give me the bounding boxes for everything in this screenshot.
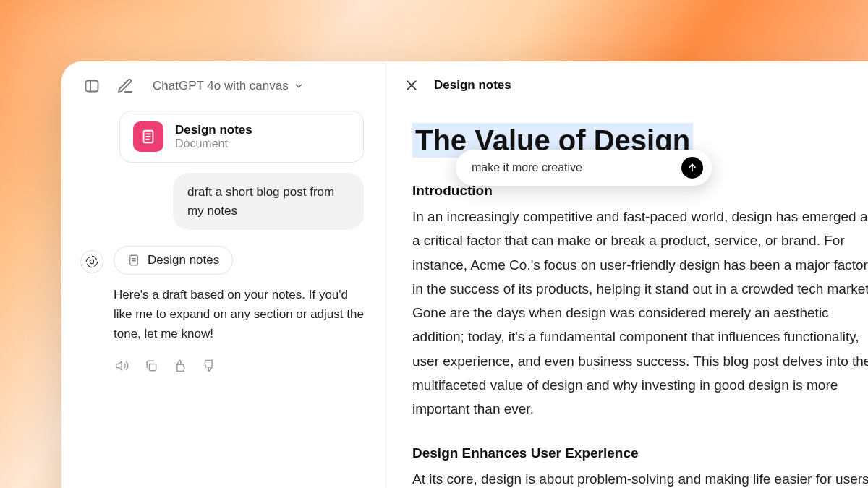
svg-marker-10	[116, 361, 122, 370]
thumbs-up-icon[interactable]	[171, 357, 189, 374]
assistant-text: Here's a draft based on your notes. If y…	[114, 285, 364, 344]
thumbs-down-icon[interactable]	[200, 357, 218, 374]
assistant-message: Design notes Here's a draft based on you…	[80, 246, 364, 374]
attachment-subtitle: Document	[175, 137, 252, 150]
top-bar: ChatGPT 4o with canvas	[61, 61, 383, 105]
canvas-pane: Design notes The Value of Design Introdu…	[383, 61, 868, 488]
attachment-card[interactable]: Design notes Document	[119, 111, 364, 163]
attachment-title: Design notes	[175, 123, 252, 137]
copy-icon[interactable]	[142, 357, 160, 374]
new-chat-icon[interactable]	[115, 76, 135, 96]
document-icon	[133, 121, 163, 152]
section-body[interactable]: At its core, design is about problem-sol…	[412, 467, 868, 488]
user-message: draft a short blog post from my notes	[173, 173, 364, 230]
attachment-meta: Design notes Document	[175, 123, 252, 150]
svg-rect-7	[130, 255, 138, 265]
canvas-title: Design notes	[434, 78, 511, 93]
document-icon	[127, 254, 140, 267]
svg-rect-0	[86, 81, 98, 92]
model-label: ChatGPT 4o with canvas	[153, 79, 289, 93]
canvas-header: Design notes	[383, 61, 868, 105]
chat-body: Design notes Document draft a short blog…	[61, 105, 383, 488]
message-actions	[114, 357, 364, 374]
read-aloud-icon[interactable]	[114, 357, 131, 374]
arrow-up-icon	[686, 162, 698, 174]
svg-point-6	[90, 260, 93, 263]
send-button[interactable]	[681, 157, 703, 179]
assistant-avatar	[80, 250, 103, 273]
section-title[interactable]: Design Enhances User Experience	[412, 445, 868, 461]
inline-prompt-input[interactable]	[472, 161, 616, 174]
model-selector[interactable]: ChatGPT 4o with canvas	[153, 79, 304, 93]
document-body[interactable]: The Value of Design Introduction In an i…	[383, 105, 868, 488]
chat-pane: ChatGPT 4o with canvas Design notes Docu…	[61, 61, 383, 488]
canvas-chip[interactable]: Design notes	[114, 246, 233, 275]
sidebar-toggle-icon[interactable]	[82, 76, 102, 96]
section-body[interactable]: In an increasingly competitive and fast-…	[412, 205, 868, 421]
close-icon[interactable]	[402, 76, 421, 95]
svg-rect-11	[150, 364, 156, 370]
chevron-down-icon	[294, 81, 304, 91]
app-window: ChatGPT 4o with canvas Design notes Docu…	[61, 61, 868, 488]
inline-prompt	[456, 150, 712, 186]
canvas-chip-label: Design notes	[148, 253, 219, 267]
openai-logo-icon	[85, 254, 99, 269]
